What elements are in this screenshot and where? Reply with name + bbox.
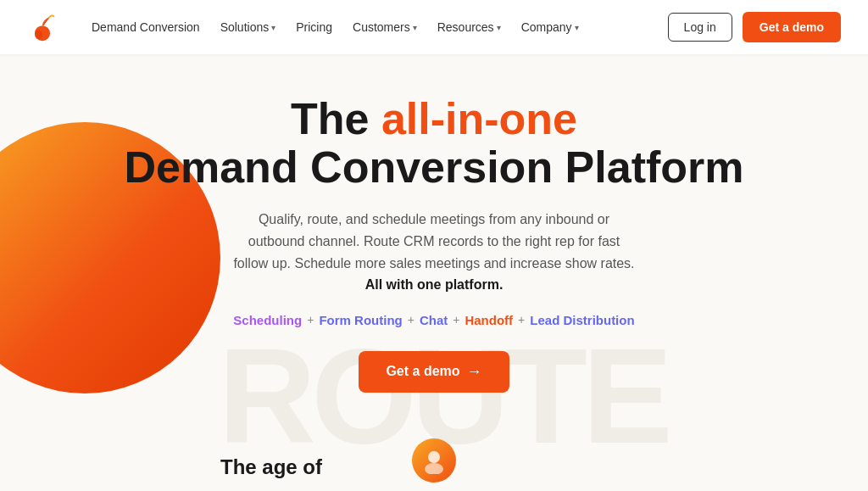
nav-pricing[interactable]: Pricing (289, 17, 339, 37)
tag-lead-distribution: Lead Distribution (530, 313, 634, 327)
logo[interactable] (27, 12, 58, 42)
svg-point-2 (428, 451, 440, 463)
feature-tags: Scheduling + Form Routing + Chat + Hando… (0, 313, 868, 327)
separator-2: + (408, 313, 415, 326)
nav-solutions[interactable]: Solutions ▾ (214, 17, 283, 37)
chevron-down-icon: ▾ (575, 23, 579, 32)
tag-handoff: Handoff (465, 313, 513, 327)
main-content: ROUTE The all-in-one Demand Conversion P… (0, 54, 868, 491)
bottom-title: The age of (220, 455, 322, 479)
navbar: Demand Conversion Solutions ▾ Pricing Cu… (0, 0, 868, 54)
nav-customers[interactable]: Customers ▾ (346, 17, 424, 37)
chevron-down-icon: ▾ (271, 23, 275, 32)
tag-scheduling: Scheduling (233, 313, 302, 327)
separator-3: + (453, 313, 459, 326)
chevron-down-icon: ▾ (497, 23, 501, 32)
nav-resources[interactable]: Resources ▾ (431, 17, 508, 37)
login-button[interactable]: Log in (668, 13, 732, 42)
avatar-circle (412, 438, 456, 483)
nav-links: Demand Conversion Solutions ▾ Pricing Cu… (85, 17, 668, 37)
hero-subtitle: Qualify, route, and schedule meetings fr… (231, 209, 637, 295)
nav-demand-conversion[interactable]: Demand Conversion (85, 17, 207, 37)
bottom-section: The age of (0, 423, 868, 491)
hero-title: The all-in-one Demand Conversion Platfor… (0, 95, 868, 192)
get-demo-button-nav[interactable]: Get a demo (743, 12, 841, 42)
chevron-down-icon: ▾ (413, 23, 417, 32)
tag-chat: Chat (420, 313, 448, 327)
nav-actions: Log in Get a demo (668, 12, 841, 42)
hero-section: The all-in-one Demand Conversion Platfor… (0, 54, 868, 393)
nav-company[interactable]: Company ▾ (515, 17, 586, 37)
tag-routing: Form Routing (319, 313, 402, 327)
separator-4: + (518, 313, 525, 326)
separator-1: + (307, 313, 314, 326)
arrow-icon: → (467, 363, 482, 381)
svg-point-1 (35, 31, 42, 40)
svg-point-3 (425, 463, 443, 474)
get-demo-button-hero[interactable]: Get a demo → (359, 351, 509, 393)
